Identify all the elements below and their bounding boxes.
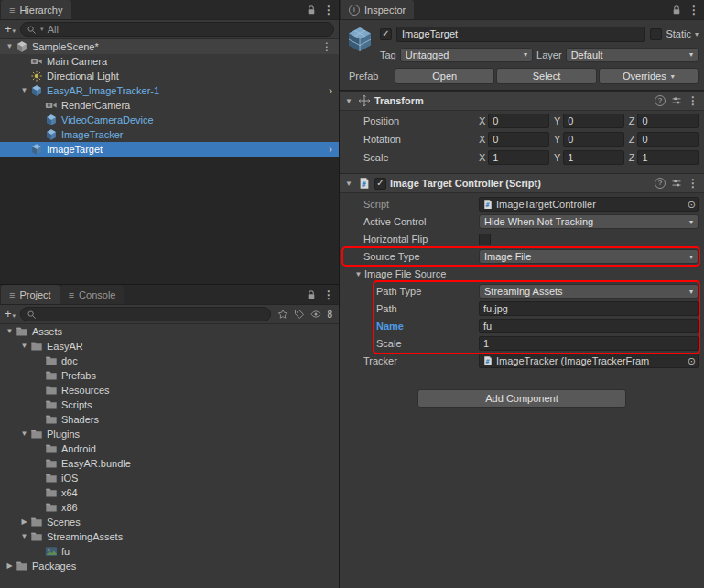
hierarchy-tabbar: ≡ Hierarchy ⋮ xyxy=(0,0,339,20)
lock-icon[interactable] xyxy=(306,289,317,300)
foldout-arrow-icon[interactable]: ▼ xyxy=(343,180,354,188)
static-dropdown[interactable]: Static ▾ xyxy=(650,28,699,40)
help-icon[interactable]: ? xyxy=(655,178,666,189)
foldout-arrow-icon[interactable]: ▼ xyxy=(4,39,16,54)
path-type-dropdown[interactable]: Streaming Assets ▾ xyxy=(479,284,699,299)
component-enabled-checkbox[interactable]: ✓ xyxy=(374,178,386,190)
kebab-menu-icon[interactable]: ⋮ xyxy=(688,5,699,16)
project-row[interactable]: EasyAR.bundle xyxy=(0,456,339,471)
prefab-overrides-button[interactable]: Overrides ▾ xyxy=(599,68,699,84)
foldout-arrow-icon[interactable]: ▶ xyxy=(4,559,16,573)
tracker-object-field[interactable]: # ImageTracker (ImageTrackerFram ⊙ xyxy=(479,354,699,368)
folder-icon xyxy=(45,398,58,411)
foldout-arrow-icon[interactable]: ▼ xyxy=(18,529,30,544)
vector-z-field[interactable]: 0 xyxy=(637,132,699,147)
image-target-controller-header[interactable]: ▼ # ✓ Image Target Controller (Script) ?… xyxy=(340,173,704,193)
add-component-button[interactable]: Add Component xyxy=(417,389,626,408)
prefab-select-button[interactable]: Select xyxy=(496,68,596,84)
project-row[interactable]: Shaders xyxy=(0,412,339,427)
script-object-field[interactable]: # ImageTargetController ⊙ xyxy=(479,197,699,212)
hierarchy-row[interactable]: RenderCamera xyxy=(0,98,339,113)
hierarchy-row[interactable]: Directional Light xyxy=(0,69,339,83)
project-row[interactable]: Prefabs xyxy=(0,368,339,383)
row-adornment-icon[interactable]: › xyxy=(329,85,335,96)
preset-icon[interactable] xyxy=(671,178,682,189)
help-icon[interactable]: ? xyxy=(655,95,666,106)
vector-x-field[interactable]: 0 xyxy=(488,132,549,147)
vector-y-field[interactable]: 0 xyxy=(563,114,624,128)
project-row[interactable]: Android xyxy=(0,441,339,456)
scale-field[interactable]: 1 xyxy=(479,336,699,351)
project-row[interactable]: ▼ StreamingAssets xyxy=(0,529,339,544)
vector-x-field[interactable]: 1 xyxy=(488,150,549,165)
eye-icon[interactable] xyxy=(310,309,321,320)
project-row[interactable]: Scripts xyxy=(0,397,339,412)
gameobject-name-field[interactable]: ImageTarget xyxy=(396,27,645,42)
project-row[interactable]: x64 xyxy=(0,485,339,500)
tag-dropdown[interactable]: Untagged ▾ xyxy=(400,48,533,62)
project-row[interactable]: ▶ Scenes xyxy=(0,515,339,529)
hierarchy-row[interactable]: VideoCameraDevice xyxy=(0,113,339,127)
vector-z-field[interactable]: 0 xyxy=(637,114,699,128)
create-add-button[interactable]: + ▾ xyxy=(5,306,16,323)
preset-icon[interactable] xyxy=(671,95,682,106)
hierarchy-row[interactable]: ▼ SampleScene* ⋮ xyxy=(0,39,339,54)
foldout-arrow-icon[interactable]: ▼ xyxy=(18,339,30,354)
foldout-arrow-icon[interactable]: ▼ xyxy=(18,83,30,98)
gameobject-enabled-checkbox[interactable]: ✓ xyxy=(380,28,392,40)
prefab-open-button[interactable]: Open xyxy=(395,68,494,84)
project-row[interactable]: ▼ EasyAR xyxy=(0,339,339,354)
tab-hierarchy[interactable]: ≡ Hierarchy xyxy=(1,0,71,19)
foldout-arrow-icon[interactable]: ▼ xyxy=(18,427,30,441)
object-picker-icon[interactable]: ⊙ xyxy=(688,356,696,366)
layer-dropdown[interactable]: Default ▾ xyxy=(566,48,699,62)
active-control-dropdown[interactable]: Hide When Not Tracking ▾ xyxy=(479,214,699,229)
project-search-input[interactable] xyxy=(20,307,271,321)
project-row[interactable]: x86 xyxy=(0,500,339,515)
image-file-source-foldout[interactable]: ▼ Image File Source xyxy=(340,267,699,281)
lock-icon[interactable] xyxy=(306,5,317,16)
transform-component-header[interactable]: ▼ Transform ? ⋮ xyxy=(340,91,704,111)
horizontal-flip-checkbox[interactable] xyxy=(479,234,491,245)
vector-x-field[interactable]: 0 xyxy=(488,114,549,128)
hierarchy-row[interactable]: ImageTracker xyxy=(0,127,339,142)
project-row[interactable]: ▼ Assets xyxy=(0,324,339,339)
chevron-down-icon: ▾ xyxy=(695,30,699,38)
kebab-menu-icon[interactable]: ⋮ xyxy=(323,289,334,300)
row-label: Resources xyxy=(61,385,110,396)
star-icon[interactable] xyxy=(277,309,288,320)
source-type-dropdown[interactable]: Image File ▾ xyxy=(479,249,699,264)
project-row[interactable]: fu xyxy=(0,544,339,559)
foldout-arrow-icon[interactable]: ▼ xyxy=(4,324,16,339)
row-adornment-icon[interactable]: ⋮ xyxy=(321,41,335,52)
object-picker-icon[interactable]: ⊙ xyxy=(688,200,696,210)
tab-project[interactable]: ≡ Project xyxy=(1,285,60,304)
name-field[interactable]: fu xyxy=(479,319,699,333)
project-row[interactable]: ▼ Plugins xyxy=(0,427,339,441)
hierarchy-row[interactable]: ImageTarget › xyxy=(0,142,339,157)
kebab-menu-icon[interactable]: ⋮ xyxy=(688,178,699,189)
vector-y-field[interactable]: 0 xyxy=(563,132,624,147)
path-field[interactable]: fu.jpg xyxy=(479,301,699,316)
vector-y-field[interactable]: 1 xyxy=(563,150,624,165)
tab-inspector[interactable]: i Inspector xyxy=(341,0,414,19)
tab-console[interactable]: ≡ Console xyxy=(60,285,125,304)
static-checkbox[interactable] xyxy=(650,28,662,40)
kebab-menu-icon[interactable]: ⋮ xyxy=(323,5,334,16)
create-add-button[interactable]: + ▾ xyxy=(5,21,16,38)
project-row[interactable]: iOS xyxy=(0,471,339,485)
foldout-arrow-icon[interactable]: ▶ xyxy=(18,515,30,529)
kebab-menu-icon[interactable]: ⋮ xyxy=(688,95,699,106)
lock-icon[interactable] xyxy=(671,5,682,16)
foldout-arrow-icon[interactable]: ▼ xyxy=(343,97,354,105)
foldout-arrow-icon[interactable]: ▼ xyxy=(352,270,364,278)
project-row[interactable]: Resources xyxy=(0,383,339,397)
row-adornment-icon[interactable]: › xyxy=(329,144,335,155)
hierarchy-row[interactable]: Main Camera xyxy=(0,54,339,69)
project-row[interactable]: ▶ Packages xyxy=(0,559,339,573)
project-row[interactable]: doc xyxy=(0,354,339,368)
hierarchy-search-input[interactable]: ▾ All xyxy=(20,22,334,37)
vector-z-field[interactable]: 1 xyxy=(637,150,699,165)
tag-icon[interactable] xyxy=(294,309,305,320)
hierarchy-row[interactable]: ▼ EasyAR_ImageTracker-1 › xyxy=(0,83,339,98)
